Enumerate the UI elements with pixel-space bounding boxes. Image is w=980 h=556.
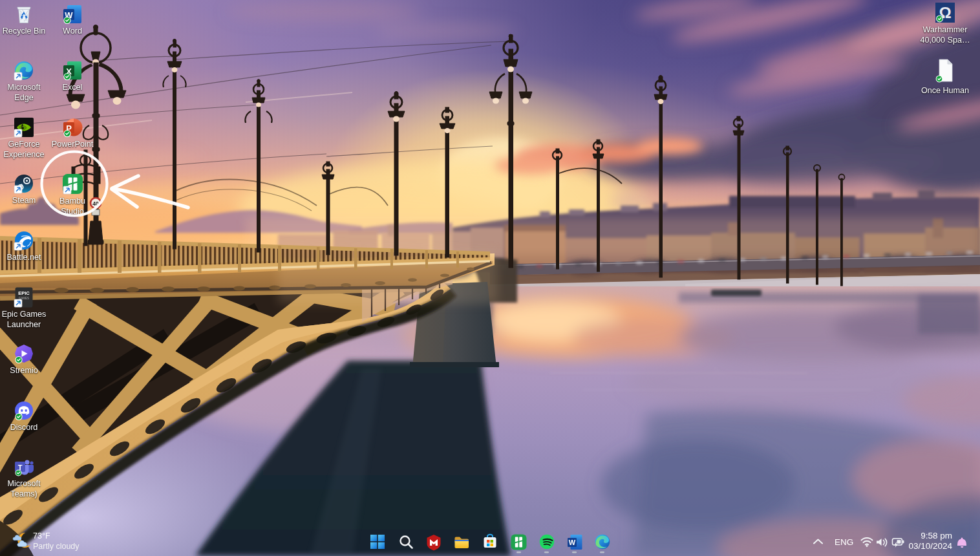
svg-text:Partly cloudy: Partly cloudy xyxy=(33,542,80,551)
svg-text:73°F: 73°F xyxy=(33,531,50,540)
svg-text:ENG: ENG xyxy=(835,537,853,547)
svg-text:W: W xyxy=(569,539,576,546)
svg-text:9:58 pm: 9:58 pm xyxy=(921,531,952,540)
svg-text:03/10/2024: 03/10/2024 xyxy=(908,541,952,551)
